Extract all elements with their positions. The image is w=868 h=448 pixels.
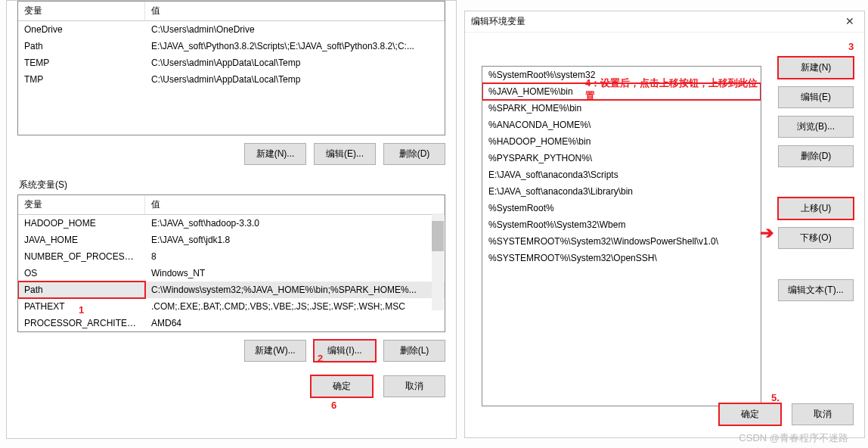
side-buttons: 新建(N) 编辑(E) 浏览(B)... 删除(D) 上移(U) 下移(O) 编… (778, 57, 854, 301)
ok-button[interactable]: 确定 (311, 375, 373, 397)
sys-vars-table: 变量 值 HADOOP_HOMEE:\JAVA_soft\hadoop-3.3.… (17, 194, 445, 332)
new-button[interactable]: 新建(N) (778, 57, 854, 79)
list-item[interactable]: %SYSTEMROOT%\System32\WindowsPowerShell\… (482, 233, 761, 250)
table-row[interactable]: NUMBER_OF_PROCESSORS8 (18, 248, 445, 265)
new-button[interactable]: 新建(N)... (244, 143, 306, 165)
list-item[interactable]: %ANACONDA_HOME%\ (482, 117, 761, 133)
close-icon[interactable]: ✕ (839, 14, 861, 30)
watermark: CSDN @青春程序不迷路 (739, 431, 848, 445)
table-row[interactable]: OneDriveC:\Users\admin\OneDrive (18, 21, 445, 38)
move-up-button[interactable]: 上移(U) (778, 198, 854, 219)
cell-name: TMP (18, 71, 145, 88)
scrollbar[interactable] (432, 213, 444, 310)
cell-value: C:\Users\admin\AppData\Local\Temp (145, 71, 445, 88)
list-item[interactable]: %JAVA_HOME%\bin (482, 83, 761, 100)
list-item[interactable]: %SystemRoot%\system32 (482, 67, 761, 83)
sys-vars-label: 系统变量(S) (19, 179, 444, 191)
list-item[interactable]: E:\JAVA_soft\anaconda3\Scripts (482, 166, 761, 183)
path-list[interactable]: %SystemRoot%\system32%JAVA_HOME%\bin%SPA… (482, 66, 761, 406)
delete-button[interactable]: 删除(L) (383, 340, 445, 362)
scrollbar-thumb[interactable] (432, 221, 444, 251)
edit-env-var-dialog: 编辑环境变量 ✕ %SystemRoot%\system32%JAVA_HOME… (464, 11, 865, 438)
dialog-footer: 确定 取消 (719, 403, 854, 425)
table-row[interactable]: PATHEXT.COM;.EXE;.BAT;.CMD;.VBS;.VBE;.JS… (18, 298, 445, 315)
sys-vars-body: HADOOP_HOMEE:\JAVA_soft\hadoop-3.3.0JAVA… (18, 215, 445, 331)
cell-value: C:\Users\admin\AppData\Local\Temp (145, 54, 445, 71)
table-row[interactable]: PROCESSOR_ARCHITECT...AMD64 (18, 315, 445, 331)
edit-text-button[interactable]: 编辑文本(T)... (778, 279, 854, 301)
table-header: 变量 值 (18, 2, 445, 21)
table-row[interactable]: PathC:\Windows\system32;%JAVA_HOME%\bin;… (18, 282, 445, 298)
edit-button[interactable]: 编辑(E)... (314, 143, 376, 165)
cancel-button[interactable]: 取消 (383, 375, 445, 397)
move-down-button[interactable]: 下移(O) (778, 227, 854, 249)
cell-value: C:\Windows\system32;%JAVA_HOME%\bin;%SPA… (145, 282, 445, 298)
list-item[interactable]: %SystemRoot% (482, 200, 761, 216)
list-item[interactable]: %PYSPARK_PYTHON%\ (482, 150, 761, 166)
list-item[interactable]: %SystemRoot%\System32\Wbem (482, 216, 761, 233)
cell-value: .COM;.EXE;.BAT;.CMD;.VBS;.VBE;.JS;.JSE;.… (145, 298, 445, 315)
cell-name: JAVA_HOME (18, 232, 145, 248)
edit-button[interactable]: 编辑(E) (778, 86, 854, 108)
cell-value: E:\JAVA_soft\Python3.8.2\Scripts\;E:\JAV… (145, 38, 445, 54)
table-row[interactable]: TEMPC:\Users\admin\AppData\Local\Temp (18, 54, 445, 71)
title-bar: 编辑环境变量 ✕ (465, 11, 864, 33)
list-item[interactable]: %SYSTEMROOT%\System32\OpenSSH\ (482, 250, 761, 266)
table-row[interactable]: TMPC:\Users\admin\AppData\Local\Temp (18, 71, 445, 88)
list-item[interactable]: %HADOOP_HOME%\bin (482, 133, 761, 150)
env-vars-dialog: 变量 值 OneDriveC:\Users\admin\OneDrivePath… (6, 0, 457, 439)
new-button[interactable]: 新建(W)... (244, 340, 306, 362)
cell-name: TEMP (18, 54, 145, 71)
cell-name: PATHEXT (18, 298, 145, 315)
cell-name: OS (18, 265, 145, 282)
dialog-footer: 确定 取消 (17, 375, 445, 397)
cell-value: C:\Users\admin\OneDrive (145, 21, 445, 38)
user-vars-table: 变量 值 OneDriveC:\Users\admin\OneDrivePath… (17, 1, 445, 135)
delete-button[interactable]: 删除(D) (778, 145, 854, 167)
user-vars-body: OneDriveC:\Users\admin\OneDrivePathE:\JA… (18, 21, 445, 135)
cell-name: NUMBER_OF_PROCESSORS (18, 248, 145, 265)
edit-button[interactable]: 编辑(I)... (314, 340, 376, 362)
list-item[interactable]: E:\JAVA_soft\anaconda3\Library\bin (482, 183, 761, 200)
cell-value: AMD64 (145, 315, 445, 331)
dialog-title: 编辑环境变量 (471, 15, 525, 28)
list-item[interactable]: %SPARK_HOME%\bin (482, 100, 761, 117)
table-row[interactable]: OSWindows_NT (18, 265, 445, 282)
cell-value: 8 (145, 248, 445, 265)
cell-name: OneDrive (18, 21, 145, 38)
col-var[interactable]: 变量 (18, 195, 145, 214)
delete-button[interactable]: 删除(D) (383, 143, 445, 165)
col-var[interactable]: 变量 (18, 2, 145, 20)
ok-button[interactable]: 确定 (719, 403, 781, 425)
cell-name: Path (18, 38, 145, 54)
user-vars-buttons: 新建(N)... 编辑(E)... 删除(D) (17, 143, 445, 165)
arrow-icon: ➔ (760, 223, 773, 243)
table-row[interactable]: PathE:\JAVA_soft\Python3.8.2\Scripts\;E:… (18, 38, 445, 54)
cell-name: Path (18, 282, 145, 298)
col-val[interactable]: 值 (145, 2, 445, 20)
table-row[interactable]: HADOOP_HOMEE:\JAVA_soft\hadoop-3.3.0 (18, 215, 445, 232)
col-val[interactable]: 值 (145, 195, 445, 214)
cell-value: E:\JAVA_soft\hadoop-3.3.0 (145, 215, 445, 232)
cancel-button[interactable]: 取消 (792, 403, 854, 425)
table-row[interactable]: JAVA_HOMEE:\JAVA_soft\jdk1.8 (18, 232, 445, 248)
cell-name: HADOOP_HOME (18, 215, 145, 232)
cell-value: Windows_NT (145, 265, 445, 282)
table-header: 变量 值 (18, 195, 445, 215)
cell-name: PROCESSOR_ARCHITECT... (18, 315, 145, 331)
cell-value: E:\JAVA_soft\jdk1.8 (145, 232, 445, 248)
browse-button[interactable]: 浏览(B)... (778, 116, 854, 138)
sys-vars-buttons: 新建(W)... 编辑(I)... 删除(L) (17, 340, 445, 362)
